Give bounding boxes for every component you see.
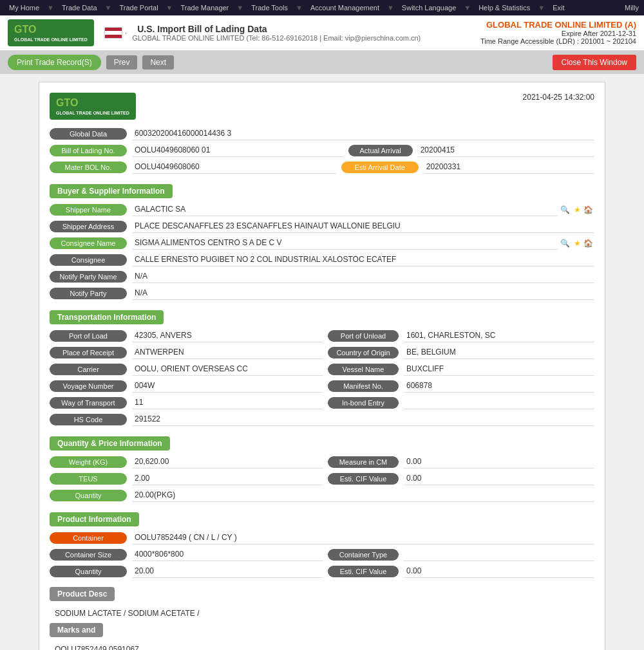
card-header: GTO GLOBAL TRADE ONLINE LIMITED 2021-04-… (50, 93, 594, 120)
transport-header: Transportation Information (50, 310, 164, 324)
esti-arrival-label: Esti Arrival Date (341, 162, 419, 173)
marks-header: Marks and (50, 623, 103, 637)
bol-value: OOLU4049608060 01 (132, 144, 343, 157)
shipper-name-row: Shipper Name GALACTIC SA 🔍 ★ 🏠 (50, 203, 594, 216)
logo-box: GTO GLOBAL TRADE ONLINE LIMITED (8, 19, 94, 46)
nav-my-home[interactable]: My Home (5, 3, 43, 13)
card-logo: GTO GLOBAL TRADE ONLINE LIMITED (50, 93, 141, 120)
shipper-address-row: Shipper Address PLACE DESCANAFFLES 23 ES… (50, 220, 594, 233)
hs-code-row: HS Code 291522 (50, 413, 594, 426)
vessel-name-value: BUXCLIFF (404, 363, 594, 376)
notify-party-name-label: Notify Party Name (50, 271, 127, 283)
weight-label: Weight (KG) (50, 456, 127, 468)
star-icon-consignee[interactable]: ★ (574, 239, 581, 248)
content-area: GTO GLOBAL TRADE ONLINE LIMITED 2021-04-… (0, 74, 644, 650)
global-data-label: Global Data (50, 128, 127, 140)
quantity2-value: 20.00 (132, 565, 323, 578)
next-button-top[interactable]: Next (142, 55, 174, 70)
flag-area: · (104, 27, 127, 39)
home-icon-consignee[interactable]: 🏠 (583, 239, 593, 248)
brand-name: GLOBAL TRADE ONLINE LIMITED (A) (480, 20, 636, 30)
container-size-value: 4000*806*800 (132, 548, 323, 561)
notify-party-value: N/A (132, 287, 594, 300)
quantity-price-header: Quantity & Price Information (50, 436, 170, 450)
shipper-address-label: Shipper Address (50, 221, 127, 232)
print-button-top[interactable]: Print Trade Record(S) (8, 55, 101, 70)
measure-cm-label: Measure in CM (328, 456, 399, 468)
brand-right: GLOBAL TRADE ONLINE LIMITED (A) Expire A… (480, 20, 636, 45)
mater-bol-row: Mater BOL No. OOLU4049608060 Esti Arriva… (50, 161, 594, 174)
carrier-label: Carrier (50, 364, 127, 375)
nav-exit[interactable]: Exit (549, 3, 568, 13)
logo-area: GTO GLOBAL TRADE ONLINE LIMITED · U.S. I… (8, 19, 421, 46)
record-datetime: 2021-04-25 14:32:00 (523, 93, 594, 102)
nav-trade-data[interactable]: Trade Data (58, 3, 101, 13)
nav-trade-tools[interactable]: Trade Tools (247, 3, 292, 13)
consignee-value: CALLE ERNESTO PUGIBET NO 2 COL INDUSTRIA… (132, 254, 594, 266)
header-bar: GTO GLOBAL TRADE ONLINE LIMITED · U.S. I… (0, 15, 644, 51)
quantity-label: Quantity (50, 490, 127, 501)
esti-cif-label: Esti. CIF Value (328, 473, 399, 485)
container-value: OOLU7852449 ( CN / L / CY ) (132, 532, 594, 544)
actual-arrival-value: 20200415 (418, 144, 594, 157)
consignee-name-row: Consignee Name SIGMA ALIMENTOS CENTRO S … (50, 237, 594, 250)
buyer-supplier-header: Buyer & Supplier Information (50, 184, 173, 198)
port-load-value: 42305, ANVERS (132, 330, 323, 342)
teus-value: 2.00 (132, 472, 323, 485)
product-desc-value: SODIUM LACTATE / SODIUM ACETATE / (50, 606, 594, 620)
hs-code-label: HS Code (50, 414, 127, 425)
voyage-row: Voyage Number 004W Manifest No. 606878 (50, 380, 594, 393)
consignee-name-value: SIGMA ALIMENTOS CENTRO S A DE C V (132, 237, 558, 250)
quantity2-row: Quantity 20.00 Esti. CIF Value 0.00 (50, 565, 594, 578)
star-icon-shipper[interactable]: ★ (574, 205, 581, 214)
notify-party-name-value: N/A (132, 270, 594, 283)
prev-button-top[interactable]: Prev (106, 55, 138, 70)
port-unload-value: 1601, CHARLESTON, SC (404, 330, 594, 342)
carrier-value: OOLU, ORIENT OVERSEAS CC (132, 363, 323, 376)
manifest-no-label: Manifest No. (328, 380, 399, 392)
mater-bol-value: OOLU4049608060 (132, 161, 336, 174)
quantity2-label: Quantity (50, 566, 127, 577)
marks-value: OOLU7852449 0591067 (50, 642, 594, 650)
global-data-value: 600320200416000014436 3 (132, 127, 594, 140)
manifest-no-value: 606878 (404, 380, 594, 393)
record-card: GTO GLOBAL TRADE ONLINE LIMITED 2021-04-… (39, 82, 605, 650)
actual-arrival-label: Actual Arrival (348, 145, 413, 156)
top-navigation: My Home ▼ Trade Data ▼ Trade Portal ▼ Tr… (0, 0, 644, 15)
voyage-number-value: 004W (132, 380, 323, 393)
place-receipt-value: ANTWERPEN (132, 346, 323, 359)
way-transport-label: Way of Transport (50, 397, 127, 409)
bol-row: Bill of Lading No. OOLU4049608060 01 Act… (50, 144, 594, 157)
transport-row: Way of Transport 11 In-bond Entry (50, 396, 594, 409)
nav-trade-portal[interactable]: Trade Portal (115, 3, 162, 13)
nav-trade-manager[interactable]: Trade Manager (176, 3, 232, 13)
hs-code-value: 291522 (132, 413, 594, 426)
product-desc-header: Product Desc (50, 587, 115, 601)
consignee-label: Consignee (50, 254, 127, 266)
notify-party-name-row: Notify Party Name N/A (50, 270, 594, 283)
home-icon-shipper[interactable]: 🏠 (583, 205, 593, 214)
weight-value: 20,620.00 (132, 456, 323, 469)
nav-help-statistics[interactable]: Help & Statistics (475, 3, 534, 13)
contact-info: GLOBAL TRADE ONLINE LIMITED (Tel: 86-512… (132, 34, 421, 42)
nav-user: Milly (625, 4, 639, 12)
notify-party-label: Notify Party (50, 288, 127, 299)
search-icon-consignee[interactable]: 🔍 (560, 239, 570, 248)
nav-switch-language[interactable]: Switch Language (398, 3, 460, 13)
port-load-row: Port of Load 42305, ANVERS Port of Unloa… (50, 330, 594, 342)
nav-account-management[interactable]: Account Management (307, 3, 383, 13)
card-logo-text: GTO GLOBAL TRADE ONLINE LIMITED (56, 97, 129, 116)
search-icon-shipper[interactable]: 🔍 (560, 205, 570, 214)
in-bond-label: In-bond Entry (328, 397, 399, 409)
consignee-row: Consignee CALLE ERNESTO PUGIBET NO 2 COL… (50, 254, 594, 266)
measure-cm-value: 0.00 (404, 456, 594, 469)
close-button-top[interactable]: Close This Window (553, 55, 636, 70)
logo-text: GTO GLOBAL TRADE ONLINE LIMITED (14, 23, 88, 42)
country-origin-label: Country of Origin (328, 347, 399, 358)
product-info-header: Product Information (50, 512, 139, 526)
vessel-name-label: Vessel Name (328, 364, 399, 375)
esti-cif-value: 0.00 (404, 472, 594, 485)
container-size-label: Container Size (50, 549, 127, 561)
place-receipt-row: Place of Receipt ANTWERPEN Country of Or… (50, 346, 594, 359)
place-receipt-label: Place of Receipt (50, 347, 127, 358)
